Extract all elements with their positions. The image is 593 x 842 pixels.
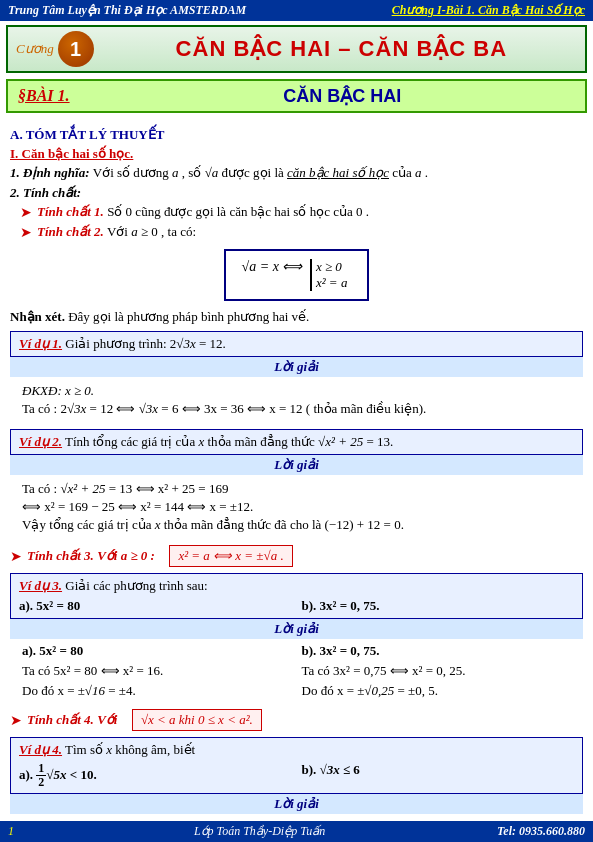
tinh-chat-4-label: Tính chất 4. Với [27,712,117,728]
nhan-xet-label: Nhận xét. [10,309,65,324]
header-right: Chương I-Bài 1. Căn Bậc Hai Số Học [392,3,585,18]
vd2-step3: Vậy tổng các giá trị của x thỏa mãn đẳng… [22,517,571,533]
vd3-text: Giải các phương trình sau: [65,578,207,593]
vd4-text: Tìm số x không âm, biết [65,742,195,757]
tinh-chat-3-box: ➤ Tính chất 3. Với a ≥ 0 : x² = a ⟺ x = … [10,545,583,567]
vd4-label: Ví dụ 4. [19,742,62,757]
vd3-b-step1: Ta có 3x² = 0,75 ⟺ x² = 0, 25. [302,663,572,679]
chapter-logo: Cương 1 [16,31,94,67]
vd2-loi-giai: Lời giải [10,455,583,475]
def-text: Với số dương a , số √a được gọi là căn b… [93,165,428,180]
tinh-chat-4-box: ➤ Tính chất 4. Với √x < a khi 0 ≤ x < a²… [10,709,583,731]
vd3-b-label: b). 3x² = 0, 75. [302,598,575,614]
footer-left: Lớp Toán Thầy-Diệp Tuấn [194,824,325,839]
tinh-chat-3-label: Tính chất 3. Với a ≥ 0 : [27,548,155,564]
section-i: I. Căn bậc hai số học. [10,146,583,162]
vd3-b-step2: Do đó x = ±√0,25 = ±0, 5. [302,683,572,699]
chapter-banner: Cương 1 CĂN BẬC HAI – CĂN BẬC BA [6,25,587,73]
lesson-name: CĂN BẬC HAI [110,85,575,107]
vd4-box: Ví dụ 4. Tìm số x không âm, biết a). 12√… [10,737,583,794]
vd1-solution: ĐKXĐ: x ≥ 0. Ta có : 2√3x = 12 ⟺ √3x = 6… [10,377,583,423]
vd2-solution: Ta có : √x² + 25 = 13 ⟺ x² + 25 = 169 ⟺ … [10,475,583,539]
footer-right: Tel: 0935.660.880 [497,824,585,839]
vd1-dkxd: ĐKXĐ: x ≥ 0. [22,383,571,399]
tinh-chat-label: 2. Tính chất: [10,185,81,200]
vd2-step2: ⟺ x² = 169 − 25 ⟺ x² = 144 ⟺ x = ±12. [22,499,571,515]
vd3-b-sol-label: b). 3x² = 0, 75. [302,643,572,659]
lesson-title-bar: §BÀI 1. CĂN BẬC HAI [6,79,587,113]
arrow-icon-1: ➤ [20,204,32,221]
vd3-box: Ví dụ 3. Giải các phương trình sau: a). … [10,573,583,619]
footer: 1 Lớp Toán Thầy-Diệp Tuấn Tel: 0935.660.… [0,821,593,842]
content-area: A. TÓM TẮT LÝ THUYẾT I. Căn bậc hai số h… [0,117,593,818]
math-box: √a = x ⟺ x ≥ 0 x² = a [224,249,370,301]
arrow-icon-3: ➤ [10,548,22,565]
vd3-a-step2: Do đó x = ±√16 = ±4. [22,683,292,699]
vd4-b-label: b). √3x ≤ 6 [302,762,575,789]
footer-left-text: Lớp Toán Thầy-Diệp Tuấn [194,824,325,838]
property-1-item: ➤ Tính chất 1. Số 0 cũng được gọi là căn… [20,204,583,221]
vd4-loi-giai: Lời giải [10,794,583,814]
vd1-loi-giai: Lời giải [10,357,583,377]
lesson-number: §BÀI 1. [18,87,70,105]
vd3-loi-giai: Lời giải [10,619,583,639]
vd3-a-label: a). 5x² = 80 [19,598,292,614]
vd2-step1: Ta có : √x² + 25 = 13 ⟺ x² + 25 = 169 [22,481,571,497]
property-1-text: Tính chất 1. Số 0 cũng được gọi là căn b… [37,204,369,220]
tinh-chat-3-formula: x² = a ⟺ x = ±√a . [169,545,292,567]
vd3-label: Ví dụ 3. [19,578,62,593]
header: Trung Tâm Luyện Thi Đại Học AMSTERDAM Ch… [0,0,593,21]
vd3-parts: a). 5x² = 80 b). 3x² = 0, 75. [19,598,574,614]
vd1-box: Ví dụ 1. Giải phương trình: 2√3x = 12. [10,331,583,357]
property-label: 2. Tính chất: [10,185,583,201]
footer-page: 1 [8,824,14,839]
vd1-step1: Ta có : 2√3x = 12 ⟺ √3x = 6 ⟺ 3x = 36 ⟺ … [22,401,571,417]
eq-line-2: x² = a [316,275,347,291]
property-2-item: ➤ Tính chất 2. Với a ≥ 0 , ta có: [20,224,583,241]
vd3-sol-step1: Ta có 5x² = 80 ⟺ x² = 16. Ta có 3x² = 0,… [22,663,571,679]
vd1-text: Giải phương trình: 2√3x = 12. [65,336,226,351]
nhan-xet: Nhận xét. Đây gọi là phương pháp bình ph… [10,309,583,325]
system-eq: x ≥ 0 x² = a [310,259,347,291]
arrow-icon-4: ➤ [10,712,22,729]
definition: 1. Định nghĩa: Với số dương a , số √a đư… [10,165,583,181]
chapter-title: CĂN BẬC HAI – CĂN BẬC BA [106,36,577,62]
vd2-box: Ví dụ 2. Tính tổng các giá trị của x thỏ… [10,429,583,455]
property-2-text: Tính chất 2. Với a ≥ 0 , ta có: [37,224,196,240]
math-box-container: √a = x ⟺ x ≥ 0 x² = a [10,249,583,301]
vd4-parts: a). 12√5x < 10. b). √3x ≤ 6 [19,762,574,789]
tinh-chat-4-formula: √x < a khi 0 ≤ x < a². [132,709,262,731]
vd2-text: Tính tổng các giá trị của x thỏa mãn đẳn… [65,434,393,449]
logo-word: ương [25,41,54,56]
vd1-label: Ví dụ 1. [19,336,62,351]
vd3-solution: a). 5x² = 80 b). 3x² = 0, 75. Ta có 5x² … [10,639,583,703]
eq-line-1: x ≥ 0 [316,259,347,275]
vd3-a-step1: Ta có 5x² = 80 ⟺ x² = 16. [22,663,292,679]
chapter-number: 1 [58,31,94,67]
vd3-sol-headers: a). 5x² = 80 b). 3x² = 0, 75. [22,643,571,659]
vd3-a-sol-label: a). 5x² = 80 [22,643,292,659]
section-a: A. TÓM TẮT LÝ THUYẾT [10,127,583,143]
vd2-label: Ví dụ 2. [19,434,62,449]
chapter-logo-text: Cương [16,41,54,57]
header-left: Trung Tâm Luyện Thi Đại Học AMSTERDAM [8,3,246,18]
vd4-a-label: a). 12√5x < 10. [19,762,292,789]
vd3-sol-step2: Do đó x = ±√16 = ±4. Do đó x = ±√0,25 = … [22,683,571,699]
arrow-icon-2: ➤ [20,224,32,241]
def-label: 1. Định nghĩa: [10,165,93,180]
